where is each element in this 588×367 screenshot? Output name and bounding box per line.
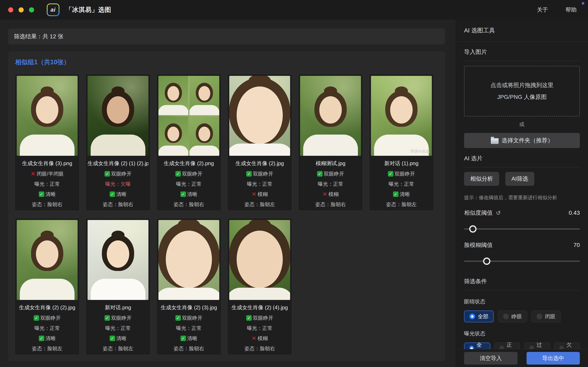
similarity-slider[interactable] xyxy=(464,225,580,233)
cross-icon: ✕ xyxy=(251,336,256,341)
radio-label: 欠曝 xyxy=(566,341,575,349)
clarity-status: ✓清晰 xyxy=(158,335,219,342)
exposure-status: 曝光：正常 xyxy=(17,325,78,332)
photo-watermark: 即梦AI生成 xyxy=(411,149,430,154)
pose-status: 姿态：脸朝左 xyxy=(87,345,148,352)
blur-threshold-value: 70 xyxy=(573,242,580,248)
menu-item-about[interactable]: 关于 xyxy=(537,6,548,13)
eye-status: ✓双眼睁开 xyxy=(158,170,219,177)
blur-slider-knob[interactable] xyxy=(483,258,490,265)
pose-status: 姿态：脸朝左 xyxy=(371,201,432,208)
choose-folder-label: 选择文件夹（推荐） xyxy=(502,137,553,144)
close-button[interactable] xyxy=(8,7,13,12)
exposure-state-option[interactable]: 正常 xyxy=(494,342,520,349)
sidebar-title: AI 选图工具 xyxy=(456,20,588,42)
check-icon: ✓ xyxy=(175,171,181,176)
zoom-button[interactable] xyxy=(29,7,34,12)
check-icon: ✓ xyxy=(39,336,44,341)
folder-icon xyxy=(491,138,499,144)
filter-result-bar: 筛选结果：共 12 张 xyxy=(8,29,445,44)
cross-icon: ✕ xyxy=(251,192,256,197)
radio-label: 正常 xyxy=(507,341,515,349)
radio-label: 过曝 xyxy=(536,341,545,349)
similarity-analyze-button[interactable]: 相似分析 xyxy=(464,172,499,186)
exposure-state-option[interactable]: 全部 xyxy=(464,342,490,349)
check-icon: ✓ xyxy=(317,171,323,176)
blur-threshold-label: 脸模糊阈值 xyxy=(464,241,493,249)
exposure-status: 曝光：正常 xyxy=(87,325,148,332)
reset-icon[interactable]: ↺ xyxy=(496,210,501,216)
photo-thumbnail xyxy=(17,220,78,300)
dropzone-line2: JPG/PNG 人像原图 xyxy=(497,93,547,101)
similar-group-1: 相似组1（共10张） 生成女生肖像 (3).png ✕闭眼/半闭眼 曝光：正常 … xyxy=(8,51,445,361)
photo-card[interactable]: 模糊测试.jpg ✓双眼睁开 曝光：正常 ✕模糊 姿态：脸朝右 xyxy=(298,74,363,211)
menu-item-help[interactable]: 帮助 xyxy=(566,6,577,13)
photo-filename: 生成女生肖像 (2) (3).jpg xyxy=(158,304,219,311)
pose-status: 姿态：脸朝右 xyxy=(158,201,219,208)
eye-status: ✓双眼睁开 xyxy=(229,315,290,321)
pose-status: 姿态：脸朝右 xyxy=(300,201,361,208)
photo-filename: 生成女生肖像 (2).png xyxy=(158,160,219,167)
exposure-status: 曝光：正常 xyxy=(158,181,219,187)
eye-state-option[interactable]: 睁眼 xyxy=(498,310,527,322)
exposure-state-option[interactable]: 过曝 xyxy=(524,342,550,349)
photo-card[interactable]: 生成女生肖像 (2) (2).jpg ✓双眼睁开 曝光：正常 ✓清晰 姿态：脸朝… xyxy=(15,218,80,355)
window-title: 「冰淇易」选图 xyxy=(66,6,111,14)
eye-status: ✕闭眼/半闭眼 xyxy=(17,170,78,177)
photo-card[interactable]: 生成女生肖像 (2) (1) (2).jpg ✓双眼睁开 曝光：欠曝 ✓清晰 姿… xyxy=(86,74,150,211)
photo-filename: 生成女生肖像 (2).jpg xyxy=(229,160,290,167)
clear-import-button[interactable]: 清空导入 xyxy=(464,352,518,365)
photo-grid: 生成女生肖像 (3).png ✕闭眼/半闭眼 曝光：正常 ✓清晰 姿态：脸朝右 … xyxy=(15,74,439,355)
photo-card[interactable]: 生成女生肖像 (2).png ✓双眼睁开 曝光：正常 ✓清晰 姿态：脸朝右 xyxy=(156,74,221,211)
title-bar: ai 「冰淇易」选图 关于 帮助 xyxy=(0,0,588,20)
clarity-status: ✕模糊 xyxy=(229,191,290,198)
eye-state-option[interactable]: 闭眼 xyxy=(531,310,561,322)
radio-dot-icon xyxy=(503,314,509,319)
photo-filename: 生成女生肖像 (3).png xyxy=(17,160,78,167)
eye-status: ✓双眼睁开 xyxy=(300,170,361,177)
eye-state-option[interactable]: 全部 xyxy=(464,310,494,322)
radio-dot-icon xyxy=(536,314,542,319)
titlebar-menu: 关于 帮助 xyxy=(537,6,577,13)
photo-dropzone[interactable]: 点击或将照片拖拽到这里 JPG/PNG 人像原图 xyxy=(464,66,580,117)
blur-slider[interactable] xyxy=(464,257,580,265)
eye-status: ✓双眼睁开 xyxy=(371,170,432,177)
main-content: 筛选结果：共 12 张 相似组1（共10张） 生成女生肖像 (3).png ✕闭… xyxy=(0,20,456,367)
photo-filename: 模糊测试.jpg xyxy=(300,160,361,167)
clarity-status: ✓清晰 xyxy=(17,335,78,342)
photo-card[interactable]: 新对话.png ✓双眼睁开 曝光：正常 ✓清晰 姿态：脸朝左 xyxy=(86,218,150,355)
exposure-state-options: 全部正常过曝欠曝 xyxy=(464,342,580,349)
clarity-status: ✕模糊 xyxy=(300,191,361,198)
pose-status: 姿态：脸朝左 xyxy=(17,345,78,352)
photo-thumbnail xyxy=(17,76,78,156)
check-icon: ✓ xyxy=(246,171,252,176)
photo-card[interactable]: 生成女生肖像 (3).png ✕闭眼/半闭眼 曝光：正常 ✓清晰 姿态：脸朝右 xyxy=(15,74,80,211)
exposure-status: 曝光：正常 xyxy=(17,181,78,187)
sidebar-scroll-area[interactable]: 导入图片 点击或将照片拖拽到这里 JPG/PNG 人像原图 或 选择文件夹（推荐… xyxy=(456,42,588,349)
export-selected-button[interactable]: 导出选中 xyxy=(527,352,580,365)
check-icon: ✓ xyxy=(110,192,115,197)
check-icon: ✓ xyxy=(175,315,181,321)
check-icon: ✓ xyxy=(110,336,115,341)
pose-status: 姿态：脸朝右 xyxy=(158,345,219,352)
photo-thumbnail: 即梦AI生成 xyxy=(371,76,432,156)
eye-status: ✓双眼睁开 xyxy=(87,170,148,177)
photo-card[interactable]: 生成女生肖像 (2).jpg ✓双眼睁开 曝光：正常 ✕模糊 姿态：脸朝左 xyxy=(227,74,292,211)
eye-status: ✓双眼睁开 xyxy=(229,170,290,177)
radio-label: 全部 xyxy=(478,313,488,320)
import-section-title: 导入图片 xyxy=(464,48,580,56)
similarity-slider-knob[interactable] xyxy=(469,225,476,233)
photo-card[interactable]: 生成女生肖像 (2) (3).jpg ✓双眼睁开 曝光：正常 ✓清晰 姿态：脸朝… xyxy=(156,218,221,355)
minimize-button[interactable] xyxy=(18,7,24,12)
slider-track xyxy=(464,228,580,230)
photo-card[interactable]: 即梦AI生成 新对话 (1).png ✓双眼睁开 曝光：正常 ✓清晰 姿态：脸朝… xyxy=(369,74,434,211)
exposure-state-option[interactable]: 欠曝 xyxy=(554,342,580,349)
photo-card[interactable]: 生成女生肖像 (2) (4).jpg ✓双眼睁开 曝光：正常 ✕模糊 姿态：脸朝… xyxy=(227,218,292,355)
photo-thumbnail xyxy=(229,220,290,300)
ai-filter-button[interactable]: AI筛选 xyxy=(505,172,534,186)
choose-folder-button[interactable]: 选择文件夹（推荐） xyxy=(464,133,580,148)
photo-filename: 生成女生肖像 (2) (4).jpg xyxy=(229,304,290,311)
dropzone-line1: 点击或将照片拖拽到这里 xyxy=(491,81,553,89)
check-icon: ✓ xyxy=(34,315,39,321)
eye-status: ✓双眼睁开 xyxy=(87,315,148,321)
